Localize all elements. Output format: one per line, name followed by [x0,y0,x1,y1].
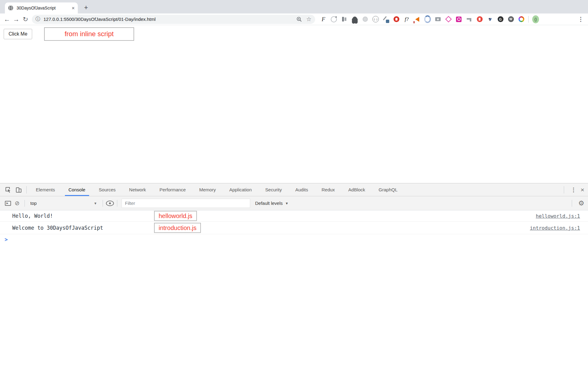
page-content: Click Me from inline script [0,25,588,183]
tab-title: 30DaysOfJavaScript [17,6,72,10]
browser-window: 30DaysOfJavaScript × + ← → ↻ ⓘ 127.0.0.1… [0,0,588,368]
tab-performance[interactable]: Performance [153,183,193,196]
devtools-separator [26,186,27,194]
device-toolbar-icon[interactable] [13,183,24,196]
back-icon[interactable]: ← [2,15,12,24]
devtools-close-icon[interactable]: × [581,186,584,194]
console-prompt-row[interactable]: > [0,234,588,245]
chevron-down-icon: ▼ [94,201,100,205]
tab-redux[interactable]: Redux [315,183,341,196]
columns-extension-icon[interactable] [341,16,348,23]
browser-menu-icon[interactable]: ⋮ [576,16,586,23]
console-prompt-chevron-icon: > [5,236,8,243]
g-circle-extension-icon[interactable]: G [497,16,504,23]
console-toolbar-separator [572,200,572,207]
bug-extension-icon[interactable] [351,16,358,23]
console-message-row: Hello, World! helloworld.js helloworld.j… [0,210,588,222]
source-link[interactable]: introduction.js:1 [530,225,580,231]
source-link[interactable]: helloworld.js:1 [536,213,580,219]
braces-avatar-icon[interactable]: {} [532,16,539,23]
console-message-row: Welcome to 30DaysOfJavaScript introducti… [0,222,588,234]
devtools-separator [564,186,564,194]
zoom-icon[interactable] [296,17,302,22]
tab-console[interactable]: Console [62,183,92,196]
inline-script-box: from inline script [44,27,134,41]
tab-strip: 30DaysOfJavaScript × + [0,0,588,13]
address-bar[interactable]: ⓘ 127.0.0.1:5500/30DaysOfJavaScript/01-D… [32,15,315,24]
megaphone-extension-icon[interactable] [414,16,420,23]
globe-favicon-icon [8,5,13,11]
inspect-element-icon[interactable] [3,183,13,196]
tab-elements[interactable]: Elements [29,183,62,196]
browser-toolbar: ← → ↻ ⓘ 127.0.0.1:5500/30DaysOfJavaScrip… [0,13,588,25]
devtools-menu-icon[interactable]: ⋮ [571,186,576,193]
stop-hand-extension-icon[interactable] [393,16,400,23]
site-info-icon[interactable]: ⓘ [36,16,40,22]
console-toolbar: ▶ ⊘ top ▼ Default levels ▼ ⚙ [0,196,588,210]
gear-square-extension-icon[interactable] [455,16,462,23]
forward-icon[interactable]: → [12,15,21,24]
orbit-extension-icon[interactable] [330,16,337,23]
heart-search-extension-icon[interactable]: ♥ [487,16,493,23]
new-tab-button[interactable]: + [81,3,91,12]
eyedropper-extension-icon[interactable] [383,16,389,23]
tab-security[interactable]: Security [258,183,288,196]
tab-adblock[interactable]: AdBlock [341,183,372,196]
bookmark-star-icon[interactable]: ☆ [306,16,311,23]
console-toolbar-separator [103,200,103,207]
console-message-text: Welcome to 30DaysOfJavaScript [12,225,103,231]
tab-network[interactable]: Network [123,183,153,196]
tab-graphql[interactable]: GraphQL [372,183,404,196]
camera-extension-icon[interactable] [435,16,441,23]
console-sidebar-icon[interactable]: ▶ [5,201,11,206]
bookmark-circle-extension-icon[interactable] [476,16,483,23]
console-message-text: Hello, World! [12,213,53,219]
tab-memory[interactable]: Memory [193,183,223,196]
flower-extension-icon[interactable] [362,16,368,23]
devtools-tab-bar: Elements Console Sources Network Perform… [0,183,588,196]
frame-context-value: top [30,201,37,206]
filter-input[interactable] [122,199,250,208]
tab-sources[interactable]: Sources [92,183,123,196]
corner-arrows-extension-icon[interactable] [466,16,473,23]
click-me-button[interactable]: Click Me [4,29,32,39]
w-circle-extension-icon[interactable]: W [507,16,514,23]
tab-application[interactable]: Application [223,183,258,196]
console-badge: introduction.js [154,223,201,233]
console-settings-gear-icon[interactable]: ⚙ [578,199,584,207]
frame-context-select[interactable]: top ▼ [28,201,100,206]
reload-icon[interactable]: ↻ [21,15,30,24]
code-braces-extension-icon[interactable]: {…} [372,16,379,23]
clear-console-icon[interactable]: ⊘ [13,200,21,207]
swirl-extension-icon[interactable] [424,16,431,23]
color-ring-extension-icon[interactable] [518,16,525,23]
toolbar-separator [528,16,529,23]
console-toolbar-separator [24,200,25,207]
log-levels-select[interactable]: Default levels ▼ [255,201,288,206]
live-expression-eye-icon[interactable] [106,201,114,206]
log-levels-value: Default levels [255,201,283,206]
cursive-f-extension-icon[interactable]: F [320,16,327,23]
tab-close-icon[interactable]: × [72,6,75,11]
tab-audits[interactable]: Audits [288,183,315,196]
hexagram-extension-icon[interactable] [445,16,452,23]
fx-question-extension-icon[interactable]: f? [403,16,410,23]
extensions-row: F {…} f? ♥ G W {} ⋮ [320,16,586,23]
browser-tab[interactable]: 30DaysOfJavaScript × [5,2,78,13]
devtools-panel: Elements Console Sources Network Perform… [0,183,588,368]
url-text[interactable]: 127.0.0.1:5500/30DaysOfJavaScript/01-Day… [43,17,156,22]
chevron-down-icon: ▼ [285,201,288,205]
console-badge: helloworld.js [154,211,197,221]
console-toolbar-separator [117,200,117,207]
